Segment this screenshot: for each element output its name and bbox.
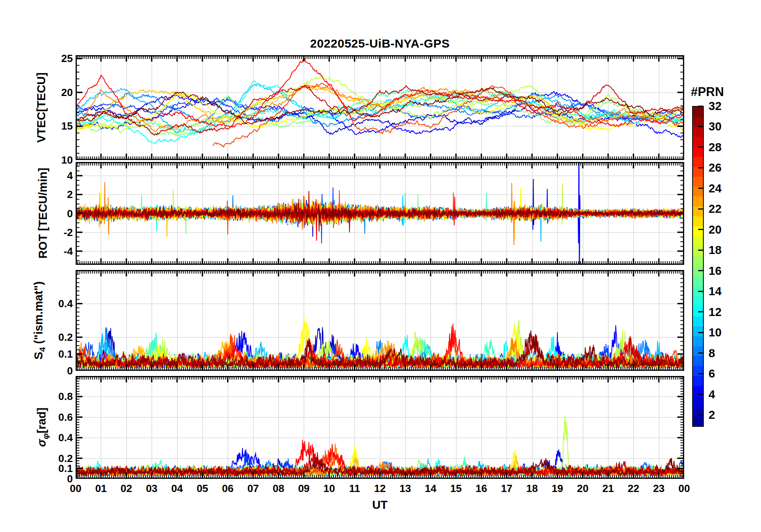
colorbar-segment-prn-31 [693,117,703,127]
colorbar-tick-mark [698,394,703,395]
colorbar-tick-mark [698,352,703,354]
colorbar-tick-mark [698,126,703,127]
colorbar-tick-mark [698,270,703,271]
x-tick-label: 10 [318,482,340,494]
colorbar-tick-label: 30 [709,120,737,133]
y-tick-label-rot: 4 [36,170,73,182]
colorbar-segment-prn-11 [693,316,703,326]
gps-scintillation-figure: 20220525-UiB-NYA-GPS VTEC[TECU] ROT [TEC… [0,0,761,532]
y-tick-label-vtec: 25 [36,52,73,64]
figure-title: 20220525-UiB-NYA-GPS [76,37,684,50]
colorbar-segment-prn-17 [693,256,703,266]
colorbar-tick-label: 26 [709,161,737,174]
colorbar-tick-label: 18 [709,244,737,256]
y-tick-label-vtec: 15 [36,120,73,132]
colorbar-tick-label: 12 [709,306,737,318]
x-tick-label: 17 [495,482,518,494]
y-tick-label-vtec: 20 [36,86,73,98]
y-tick-label-sigma: 0.1 [36,462,73,474]
colorbar-tick-label: 14 [709,285,737,298]
x-axis-label: UT [76,498,684,512]
x-tick-label: 09 [292,482,315,494]
colorbar-segment-prn-16 [693,266,703,276]
colorbar-tick-mark [698,414,703,416]
y-tick-label-rot: 0 [36,208,73,220]
colorbar-tick-label: 6 [709,367,737,380]
x-tick-label: 12 [369,482,391,494]
colorbar-segment-prn-21 [693,216,703,226]
colorbar-tick-label: 4 [709,388,737,401]
x-tick-label: 19 [546,482,569,494]
y-tick-label-rot: -4 [36,245,73,257]
x-tick-label: 06 [216,482,239,494]
x-tick-label: 20 [572,482,594,494]
colorbar-tick-label: 32 [709,100,737,112]
y-tick-label-sigma: 0.2 [36,452,73,464]
sigma-phi-panel-canvas [76,376,684,479]
x-tick-label: 08 [267,482,290,494]
colorbar-title: #PRN [679,85,735,99]
colorbar [692,106,704,427]
x-tick-label: 21 [597,482,619,494]
colorbar-segment-prn-1 [693,416,703,426]
colorbar-segment-prn-18 [693,246,703,256]
colorbar-segment-prn-9 [693,336,703,346]
y-tick-label-s4: 0.4 [36,298,73,310]
colorbar-tick-label: 24 [709,182,737,195]
x-tick-label: 02 [115,482,138,494]
colorbar-segment-prn-10 [693,326,703,336]
colorbar-segment-prn-25 [693,177,703,187]
x-tick-label: 04 [166,482,188,494]
x-tick-label: 23 [648,482,670,494]
colorbar-segment-prn-29 [693,137,703,147]
x-tick-label: 18 [521,482,543,494]
y-tick-label-vtec: 10 [36,154,73,166]
x-tick-label: 16 [470,482,493,494]
y-tick-label-s4: 0 [36,365,73,377]
colorbar-tick-label: 2 [709,408,737,421]
colorbar-tick-mark [698,146,703,148]
colorbar-tick-mark [698,332,703,333]
colorbar-tick-mark [698,250,703,251]
colorbar-tick-mark [698,291,703,292]
colorbar-segment-prn-3 [693,396,703,406]
y-tick-label-rot: 2 [36,188,73,200]
colorbar-segment-prn-7 [693,356,703,366]
colorbar-segment-prn-15 [693,276,703,286]
x-tick-label: 22 [622,482,645,494]
vtec-panel-canvas [76,55,684,160]
colorbar-tick-mark [698,167,703,168]
x-tick-label: 05 [191,482,214,494]
colorbar-segment-prn-30 [693,127,703,137]
y-tick-label-rot: -2 [36,226,73,238]
colorbar-segment-prn-6 [693,366,703,376]
colorbar-segment-prn-20 [693,226,703,236]
colorbar-tick-mark [698,208,703,210]
colorbar-segment-prn-8 [693,346,703,356]
s4-panel-canvas [76,270,684,371]
colorbar-tick-mark [698,229,703,230]
colorbar-tick-label: 28 [709,141,737,154]
colorbar-segment-prn-32 [693,107,703,117]
y-tick-label-s4: 0.1 [36,348,73,360]
y-tick-label-sigma: 0.4 [36,432,73,444]
colorbar-tick-mark [698,106,703,107]
x-tick-label: 13 [394,482,417,494]
colorbar-tick-label: 16 [709,264,737,277]
y-tick-label-sigma: 0.8 [36,390,73,402]
x-tick-label: 01 [90,482,112,494]
colorbar-segment-prn-23 [693,196,703,206]
rot-panel-canvas [76,162,684,265]
colorbar-tick-mark [698,373,703,374]
colorbar-tick-label: 20 [709,223,737,236]
colorbar-segment-prn-28 [693,147,703,157]
x-tick-label: 14 [419,482,442,494]
colorbar-tick-mark [698,188,703,189]
x-tick-label: 11 [343,482,366,494]
x-tick-label: 15 [445,482,467,494]
colorbar-segment-prn-5 [693,376,703,386]
x-tick-label: 07 [242,482,264,494]
colorbar-segment-prn-19 [693,236,703,246]
colorbar-tick-mark [698,311,703,312]
colorbar-segment-prn-13 [693,296,703,306]
